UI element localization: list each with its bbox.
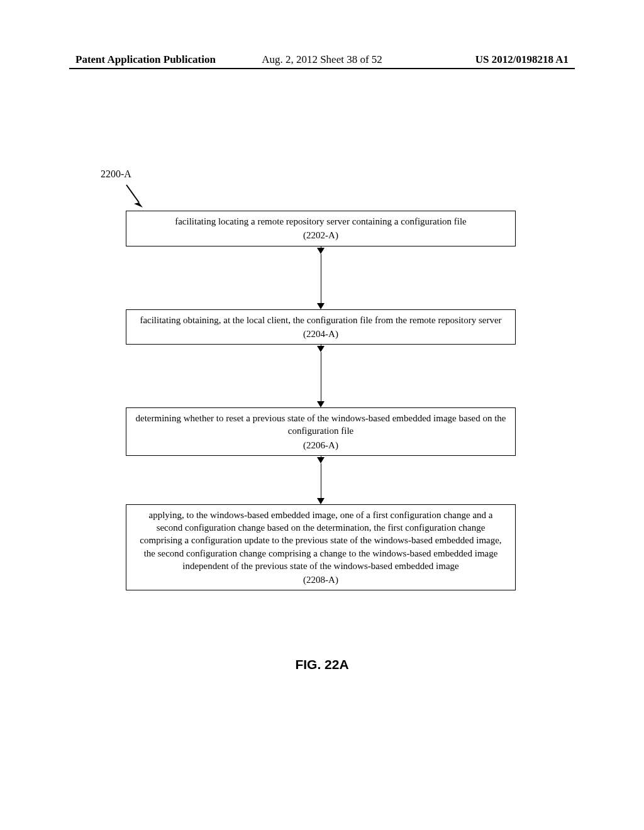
connector-line	[321, 254, 321, 303]
flow-connector	[126, 456, 516, 504]
flowchart-reference-arrow	[123, 181, 148, 214]
flow-box-ref: (2208-A)	[135, 573, 506, 586]
flowchart-reference-label: 2200-A	[101, 169, 131, 180]
figure-caption: FIG. 22A	[0, 657, 644, 672]
flow-box-text: determining whether to reset a previous …	[136, 413, 506, 436]
svg-marker-1	[134, 202, 143, 208]
chevron-down-icon	[317, 498, 325, 504]
flow-box-text: facilitating obtaining, at the local cli…	[140, 315, 501, 325]
header-rule	[69, 68, 575, 69]
flow-box-ref: (2204-A)	[135, 328, 506, 340]
header-right: US 2012/0198218 A1	[475, 53, 569, 66]
flow-box-2202a: facilitating locating a remote repositor…	[126, 211, 516, 246]
chevron-down-icon	[317, 303, 325, 309]
connector-line	[321, 352, 321, 401]
header-left: Patent Application Publication	[75, 53, 216, 66]
page-header: Patent Application Publication Aug. 2, 2…	[0, 53, 644, 66]
flow-box-ref: (2202-A)	[135, 229, 506, 241]
header-center: Aug. 2, 2012 Sheet 38 of 52	[262, 53, 382, 66]
svg-line-0	[126, 185, 139, 202]
flow-box-text: facilitating locating a remote repositor…	[175, 216, 467, 226]
flow-connector	[126, 246, 516, 309]
chevron-down-icon	[317, 346, 325, 352]
flow-connector	[126, 345, 516, 407]
flowchart: facilitating locating a remote repositor…	[126, 211, 516, 590]
flow-box-2206a: determining whether to reset a previous …	[126, 407, 516, 456]
chevron-down-icon	[317, 248, 325, 254]
flow-box-text: applying, to the windows-based embedded …	[140, 510, 501, 571]
chevron-down-icon	[317, 457, 325, 463]
flow-box-2208a: applying, to the windows-based embedded …	[126, 504, 516, 591]
chevron-down-icon	[317, 401, 325, 407]
flow-box-2204a: facilitating obtaining, at the local cli…	[126, 309, 516, 345]
connector-line	[321, 463, 321, 498]
flow-box-ref: (2206-A)	[135, 439, 506, 451]
